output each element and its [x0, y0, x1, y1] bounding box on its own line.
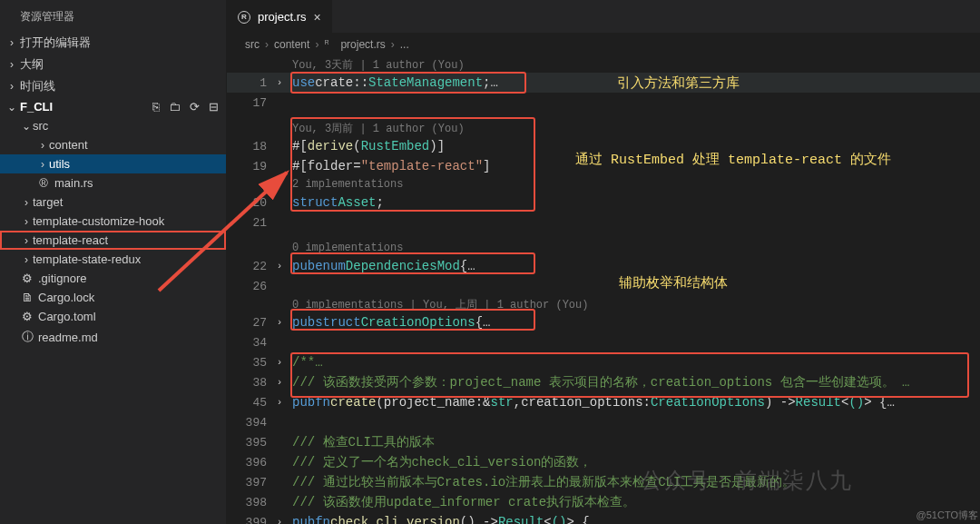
code-line[interactable]: 398/// 该函数使用update_informer crate执行版本检查。: [227, 492, 980, 512]
tree-folder-template-customize-hook[interactable]: › template-customize-hook: [0, 212, 226, 231]
line-number: 399: [227, 516, 272, 525]
line-number: 34: [227, 336, 272, 350]
line-number: 26: [227, 280, 272, 293]
code-line[interactable]: 397/// 通过比较当前版本与Crates.io注册表上的最新版本来检查CLI…: [227, 472, 980, 492]
tree-file-gitignore[interactable]: ⚙ .gitignore: [0, 269, 226, 288]
collapse-all-icon[interactable]: ⊟: [209, 100, 219, 114]
chevron-right-icon: ›: [315, 38, 318, 51]
code-line[interactable]: 1 › use crate::StateManagement; …: [227, 73, 980, 93]
line-number: 18: [227, 140, 272, 153]
tab-label: project.rs: [258, 10, 306, 24]
new-folder-icon[interactable]: 🗀: [169, 100, 181, 114]
chevron-right-icon: ›: [5, 80, 18, 93]
line-number: 27: [227, 316, 272, 330]
tree-file-cargo-toml[interactable]: ⚙ Cargo.toml: [0, 307, 226, 326]
tab-project-rs[interactable]: R project.rs ×: [227, 0, 332, 33]
line-number: 19: [227, 160, 272, 173]
fold-icon[interactable]: ›: [272, 317, 287, 328]
fold-icon[interactable]: ›: [272, 517, 287, 524]
code-editor[interactable]: You, 3天前 | 1 author (You) 1 › use crate:…: [227, 56, 980, 524]
code-line[interactable]: 17: [227, 93, 980, 113]
tree-folder-template-react[interactable]: › template-react: [0, 231, 226, 250]
tree-folder-utils[interactable]: › utils: [0, 154, 226, 173]
tree-file-main-rs[interactable]: ® main.rs: [0, 173, 226, 193]
tree-file-readme[interactable]: ⓘ readme.md: [0, 326, 226, 348]
code-line[interactable]: 45 › pub fn create(project_name: &str, c…: [227, 392, 980, 412]
line-number: 394: [227, 416, 272, 430]
code-line[interactable]: 22 › pub enum DependenciesMod {…: [227, 256, 980, 276]
file-icon: 🗎: [20, 291, 34, 304]
rust-icon: R: [324, 39, 335, 50]
line-number: 21: [227, 216, 272, 230]
chevron-down-icon: ⌄: [5, 101, 18, 114]
line-number: 22: [227, 260, 272, 273]
code-lens[interactable]: 2 implementations: [292, 176, 980, 193]
chevron-right-icon: ›: [36, 139, 49, 152]
code-lens[interactable]: You, 3周前 | 1 author (You): [292, 120, 980, 136]
breadcrumb-part[interactable]: project.rs: [340, 38, 385, 51]
code-lens[interactable]: 0 implementations: [292, 240, 980, 256]
line-number: 396: [227, 456, 272, 470]
code-line[interactable]: 399 › pub fn check_cli_version() -> Resu…: [227, 512, 980, 524]
tree-folder-src[interactable]: ⌄ src: [0, 116, 226, 135]
line-number: 38: [227, 376, 272, 390]
annotation-label: 通过 RustEmbed 处理 template-react 的文件: [575, 151, 891, 168]
code-line[interactable]: 396/// 定义了一个名为check_cli_version的函数，: [227, 452, 980, 472]
breadcrumb-part: ...: [400, 38, 409, 51]
refresh-icon[interactable]: ⟳: [190, 100, 200, 114]
info-icon: ⓘ: [20, 329, 34, 345]
tab-bar: R project.rs ×: [227, 0, 980, 33]
section-outline[interactable]: › 大纲: [0, 54, 226, 75]
tree-file-cargo-lock[interactable]: 🗎 Cargo.lock: [0, 288, 226, 307]
line-number: 398: [227, 496, 272, 509]
watermark-text: 公众号：前端柒八九: [641, 466, 853, 495]
fold-icon[interactable]: ›: [272, 377, 287, 388]
chevron-right-icon: ›: [391, 38, 395, 51]
tree-folder-target[interactable]: › target: [0, 193, 226, 212]
watermark-credit: @51CTO博客: [916, 509, 978, 522]
code-line[interactable]: 395/// 检查CLI工具的版本: [227, 432, 980, 452]
chevron-right-icon: ›: [20, 196, 33, 209]
chevron-right-icon: ›: [20, 234, 33, 247]
line-number: 45: [227, 396, 272, 410]
annotation-label: 引入方法和第三方库: [617, 74, 740, 92]
code-line[interactable]: 34: [227, 332, 980, 352]
fold-icon[interactable]: ›: [272, 357, 287, 368]
chevron-right-icon: ›: [36, 158, 49, 171]
code-line[interactable]: 26: [227, 276, 980, 296]
section-open-editors[interactable]: › 打开的编辑器: [0, 32, 226, 54]
chevron-right-icon: ›: [265, 38, 269, 51]
section-timeline[interactable]: › 时间线: [0, 75, 226, 97]
line-number: 20: [227, 196, 272, 210]
code-lens[interactable]: You, 3天前 | 1 author (You): [292, 56, 980, 73]
code-line[interactable]: 20 struct Asset;: [227, 193, 980, 213]
new-file-icon[interactable]: ⎘: [152, 100, 160, 114]
chevron-right-icon: ›: [20, 253, 33, 266]
gear-icon: ⚙: [20, 272, 34, 285]
code-line[interactable]: 21: [227, 213, 980, 232]
rust-icon: R: [238, 11, 250, 24]
tree-folder-content[interactable]: › content: [0, 135, 226, 154]
section-project-root[interactable]: ⌄ F_CLI ⎘ 🗀 ⟳ ⊟: [0, 97, 226, 116]
line-number: 35: [227, 356, 272, 370]
line-number: 1: [227, 76, 272, 90]
fold-icon[interactable]: ›: [272, 397, 287, 408]
code-line[interactable]: 27 › pub struct CreationOptions {…: [227, 312, 980, 332]
breadcrumb-part[interactable]: content: [274, 38, 309, 51]
sidebar-title: 资源管理器: [0, 0, 226, 32]
breadcrumb[interactable]: src › content › R project.rs › ...: [227, 33, 980, 56]
explorer-sidebar: 资源管理器 › 打开的编辑器 › 大纲 › 时间线 ⌄ F_CLI ⎘ 🗀 ⟳ …: [0, 0, 227, 524]
breadcrumb-part[interactable]: src: [245, 38, 260, 51]
line-number: 395: [227, 436, 272, 450]
tree-folder-template-state-redux[interactable]: › template-state-redux: [0, 250, 226, 269]
gear-icon: ⚙: [20, 310, 34, 323]
line-number: 397: [227, 476, 272, 489]
code-line[interactable]: 38 › /// 该函数接受两个参数：project_name 表示项目的名称，…: [227, 372, 980, 392]
chevron-right-icon: ›: [5, 36, 18, 49]
fold-icon[interactable]: ›: [272, 261, 287, 272]
close-icon[interactable]: ×: [313, 10, 320, 25]
code-line[interactable]: 35 › /**…: [227, 352, 980, 372]
code-lens[interactable]: 0 implementations | You, 上周 | 1 author (…: [292, 296, 980, 312]
fold-icon[interactable]: ›: [272, 77, 287, 88]
code-line[interactable]: 394: [227, 412, 980, 432]
